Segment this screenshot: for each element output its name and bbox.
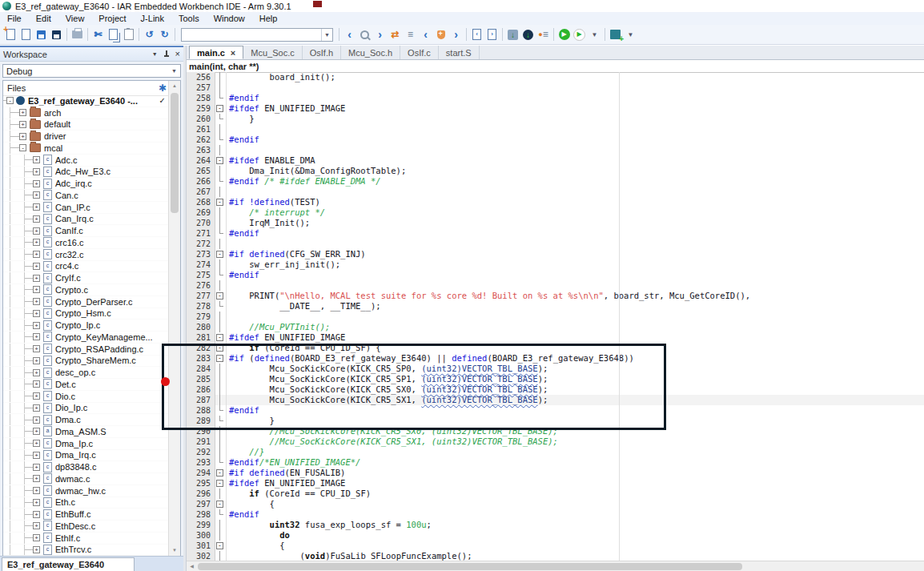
download-and-debug-icon[interactable]: ↓	[521, 26, 535, 42]
fold-collapse-icon[interactable]: -	[216, 542, 223, 549]
fold-margin[interactable]	[215, 322, 227, 332]
function-context-bar[interactable]: main(int, char **)	[187, 60, 924, 73]
fold-margin[interactable]: -	[215, 103, 227, 114]
fold-collapse-icon[interactable]: -	[216, 199, 223, 206]
close-tab-icon[interactable]: ×	[231, 48, 235, 58]
code-area[interactable]: 256 board_init();257258#endif259-#ifdef …	[187, 72, 924, 561]
code-line-270[interactable]: 270 IrqM_Init();	[187, 218, 924, 228]
code-line-259[interactable]: 259-#ifdef EN_UNIFIED_IMAGE	[187, 103, 924, 114]
code-text[interactable]: /* interrupt */	[227, 207, 924, 218]
code-text[interactable]	[227, 187, 924, 197]
fold-margin[interactable]	[215, 395, 227, 405]
fold-margin[interactable]: -	[215, 343, 227, 353]
find-icon[interactable]	[358, 26, 372, 42]
code-line-261[interactable]: 261	[187, 124, 924, 135]
fold-collapse-icon[interactable]: -	[216, 251, 223, 258]
paste-icon[interactable]	[122, 26, 135, 42]
code-text[interactable]: #endif	[227, 509, 924, 520]
fold-margin[interactable]	[215, 436, 227, 447]
fold-margin[interactable]: -	[215, 197, 227, 207]
fold-margin[interactable]	[215, 509, 227, 520]
line-number[interactable]: 258	[187, 93, 215, 103]
code-line-269[interactable]: 269 /* interrupt */	[187, 207, 924, 218]
tree-item-crc4-c[interactable]: +ccrc4.c	[3, 261, 168, 273]
tree-item-eth-c[interactable]: +cEth.c	[3, 497, 168, 509]
print-icon[interactable]	[70, 26, 84, 42]
cut-icon[interactable]: ✄	[91, 26, 105, 42]
copy-icon[interactable]	[106, 26, 120, 42]
code-line-277[interactable]: 277- PRINT("\nHello, MCAL test suite for…	[187, 291, 924, 301]
tree-item-crypto-keymanageme[interactable]: +cCrypto_KeyManageme...	[3, 332, 168, 344]
fold-margin[interactable]	[215, 135, 227, 145]
fold-margin[interactable]	[215, 124, 227, 135]
code-text[interactable]: #endif	[227, 93, 924, 103]
navigate-back-icon[interactable]: ‹	[343, 26, 356, 42]
tree-item-mcal[interactable]: -mcal	[3, 143, 168, 155]
line-number[interactable]: 285	[187, 374, 215, 384]
expand-icon[interactable]: +	[33, 464, 40, 471]
line-number[interactable]: 302	[187, 551, 215, 561]
fold-margin[interactable]	[215, 374, 227, 384]
goto-icon[interactable]: ≡	[404, 26, 417, 42]
line-number[interactable]: 293	[187, 457, 215, 468]
code-line-290[interactable]: 290 //Mcu_SocKickCore(KICK_CR5_SX0, (uin…	[187, 426, 924, 436]
expand-icon[interactable]: +	[33, 333, 40, 340]
code-text[interactable]: //}	[227, 447, 924, 457]
code-line-275[interactable]: 275#endif	[187, 270, 924, 280]
code-line-263[interactable]: 263	[187, 145, 924, 155]
tree-item-crypto-ip-c[interactable]: +cCrypto_Ip.c	[3, 320, 168, 332]
code-text[interactable]: #endif	[227, 270, 924, 280]
line-number[interactable]: 283	[187, 353, 215, 364]
line-number[interactable]: 284	[187, 364, 215, 374]
line-number[interactable]: 279	[187, 312, 215, 322]
fold-margin[interactable]	[215, 426, 227, 436]
line-number[interactable]: 290	[187, 426, 215, 436]
code-text[interactable]: #ifdef EN_UNIFIED_IMAGE	[227, 103, 924, 114]
line-number[interactable]: 262	[187, 135, 215, 145]
fold-margin[interactable]	[215, 72, 227, 82]
code-text[interactable]	[227, 239, 924, 249]
menu-tools[interactable]: Tools	[171, 14, 207, 23]
fold-margin[interactable]	[215, 228, 227, 239]
code-line-266[interactable]: 266#endif /* #ifdef ENABLE_DMA */	[187, 176, 924, 187]
line-number[interactable]: 261	[187, 124, 215, 135]
menu-help[interactable]: Help	[252, 14, 285, 23]
tree-item-canif-c[interactable]: +cCanIf.c	[3, 225, 168, 237]
line-number[interactable]: 271	[187, 228, 215, 239]
code-line-286[interactable]: 286 Mcu_SocKickCore(KICK_CR5_SX0, (uint3…	[187, 384, 924, 395]
tree-item-dio-c[interactable]: +cDio.c	[3, 391, 168, 403]
expand-icon[interactable]: +	[33, 322, 40, 329]
fold-margin[interactable]	[215, 312, 227, 322]
fold-collapse-icon[interactable]: -	[216, 157, 223, 164]
editor-horizontal-scrollbar[interactable]: ◀	[187, 561, 924, 571]
expand-icon[interactable]: +	[33, 263, 40, 270]
expand-icon[interactable]: +	[33, 180, 40, 187]
code-line-257[interactable]: 257	[187, 82, 924, 93]
fold-margin[interactable]: -	[215, 353, 227, 364]
line-number[interactable]: 287	[187, 395, 215, 405]
code-line-262[interactable]: 262#endif	[187, 135, 924, 145]
tree-item-desc-op-c[interactable]: +cdesc_op.c	[3, 367, 168, 379]
editor-tab-main-c[interactable]: main.c×	[189, 46, 243, 59]
expand-icon[interactable]: +	[33, 345, 40, 352]
code-text[interactable]	[227, 280, 924, 291]
menu-window[interactable]: Window	[207, 14, 252, 23]
expand-icon[interactable]: +	[33, 168, 40, 175]
tree-item-can-ip-c[interactable]: +cCan_IP.c	[3, 202, 168, 214]
window-menu-icon[interactable]: ▼	[152, 51, 158, 57]
fold-margin[interactable]	[215, 457, 227, 468]
code-text[interactable]: uint32 fusa_exp_loops_sf = 100u;	[227, 520, 924, 530]
call-stack-icon[interactable]: ●≡	[536, 26, 550, 42]
line-number[interactable]: 281	[187, 332, 215, 343]
code-text[interactable]: {	[227, 499, 924, 509]
line-number[interactable]: 274	[187, 259, 215, 270]
fold-margin[interactable]	[215, 520, 227, 530]
expand-icon[interactable]: +	[33, 286, 40, 293]
expand-icon[interactable]: +	[33, 404, 40, 412]
expand-icon[interactable]: +	[33, 416, 40, 424]
expand-icon[interactable]: +	[33, 487, 40, 494]
download-icon[interactable]: ↓	[506, 26, 520, 42]
fold-margin[interactable]	[215, 166, 227, 176]
fold-collapse-icon[interactable]: -	[216, 292, 223, 300]
menu-view[interactable]: View	[58, 14, 92, 23]
